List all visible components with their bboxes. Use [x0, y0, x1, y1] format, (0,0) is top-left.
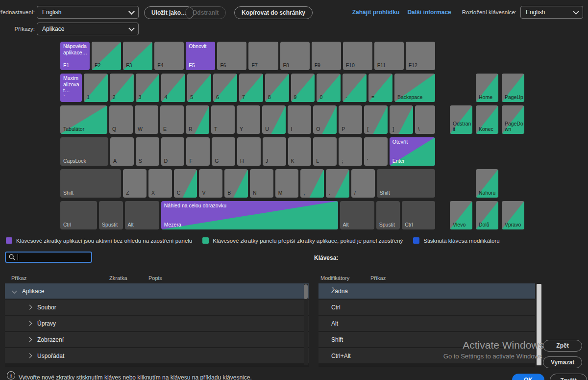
key-K[interactable]: K — [288, 137, 312, 166]
command-row[interactable]: Aplikace — [5, 283, 309, 299]
key-9[interactable]: 9 — [291, 74, 315, 102]
key-F6[interactable]: F6 — [217, 42, 246, 70]
key-CapsLock[interactable]: CapsLock — [60, 137, 108, 166]
key-,[interactable]: , — [300, 169, 324, 198]
key-L[interactable]: L — [313, 137, 337, 166]
key-Alt[interactable]: Alt — [340, 201, 374, 229]
key-I[interactable]: I — [288, 105, 311, 134]
key-A[interactable]: A — [110, 137, 134, 166]
clear-button[interactable]: Vymazat — [543, 356, 582, 368]
key-W[interactable]: W — [135, 105, 158, 134]
key-F2[interactable]: F2 — [92, 42, 121, 70]
chevron-right-icon[interactable] — [27, 305, 32, 310]
modifier-row[interactable]: Alt — [318, 316, 535, 331]
key-Spustit[interactable]: Spustit — [99, 201, 122, 229]
key-8[interactable]: 8 — [265, 74, 289, 102]
key-Enter[interactable]: OtevřítEnter — [390, 137, 435, 166]
key-T[interactable]: T — [211, 105, 235, 134]
key-F3[interactable]: F3 — [123, 42, 152, 70]
key-Odstranit[interactable]: Odstranit — [450, 105, 472, 134]
key-`[interactable]: Maximalizovat…` — [60, 74, 82, 102]
key-Mezera[interactable]: Náhled na celou obrazovkuMezera — [161, 201, 338, 229]
key-Home[interactable]: Home — [476, 74, 498, 102]
search-box[interactable] — [5, 252, 92, 263]
preset-select[interactable]: English — [37, 6, 139, 19]
more-info-link[interactable]: Další informace — [407, 9, 451, 16]
command-row[interactable]: Úpravy — [5, 316, 309, 331]
key-;[interactable]: ; — [339, 137, 362, 166]
key-Shift[interactable]: Shift — [377, 169, 435, 198]
command-row[interactable]: Zobrazení — [5, 332, 309, 347]
key-G[interactable]: G — [212, 137, 235, 166]
key-C[interactable]: C — [174, 169, 197, 198]
command-row[interactable]: Soubor — [5, 300, 309, 315]
key-N[interactable]: N — [250, 169, 273, 198]
key-Shift[interactable]: Shift — [60, 169, 121, 198]
key-6[interactable]: 6 — [213, 74, 237, 102]
modifier-row[interactable]: Shift — [318, 332, 535, 347]
key-4[interactable]: 4 — [161, 74, 185, 102]
scrollbar[interactable] — [304, 284, 308, 365]
key-M[interactable]: M — [275, 169, 299, 198]
key-H[interactable]: H — [237, 137, 261, 166]
key-Nahoru[interactable]: Nahoru — [476, 169, 498, 198]
cancel-button[interactable]: Zrušit — [550, 374, 587, 380]
chevron-right-icon[interactable] — [27, 354, 32, 358]
key-F5[interactable]: ObnovitF5 — [186, 42, 215, 70]
key-2[interactable]: 2 — [110, 74, 134, 102]
key-J[interactable]: J — [263, 137, 286, 166]
key-Z[interactable]: Z — [123, 169, 147, 198]
key-F12[interactable]: F12 — [406, 42, 435, 70]
key-B[interactable]: B — [224, 169, 248, 198]
key-Q[interactable]: Q — [109, 105, 133, 134]
key-5[interactable]: 5 — [187, 74, 211, 102]
key-][interactable]: ] — [390, 105, 413, 134]
key-Ctrl[interactable]: Ctrl — [60, 201, 97, 229]
key-S[interactable]: S — [136, 137, 159, 166]
key-Y[interactable]: Y — [237, 105, 260, 134]
key-0[interactable]: 0 — [317, 74, 341, 102]
key-3[interactable]: 3 — [136, 74, 160, 102]
key-Spustit[interactable]: Spustit — [376, 201, 400, 229]
key-F8[interactable]: F8 — [280, 42, 310, 70]
key-\[interactable]: \ — [415, 105, 435, 134]
command-row[interactable]: Uspořádat — [5, 348, 309, 363]
key-Vpravo[interactable]: Vpravo — [502, 201, 524, 229]
key-O[interactable]: O — [313, 105, 337, 134]
key-7[interactable]: 7 — [239, 74, 263, 102]
key-'[interactable]: ' — [364, 137, 388, 166]
key-/[interactable]: / — [351, 169, 375, 198]
key-F9[interactable]: F9 — [312, 42, 341, 70]
scrollbar-thumb[interactable] — [537, 284, 541, 365]
key-Dolů[interactable]: Dolů — [476, 201, 498, 229]
scrollbar-thumb[interactable] — [304, 284, 308, 299]
scrollbar[interactable] — [537, 284, 541, 366]
key-=[interactable]: = — [368, 74, 392, 102]
key-V[interactable]: V — [199, 169, 222, 198]
chevron-right-icon[interactable] — [27, 337, 32, 342]
copy-to-clipboard-button[interactable]: Kopírovat do schránky — [234, 6, 313, 19]
keyboard-layout-select[interactable]: English — [520, 6, 583, 19]
key-F10[interactable]: F10 — [343, 42, 372, 70]
key-F[interactable]: F — [186, 137, 210, 166]
key-1[interactable]: 1 — [84, 74, 108, 102]
start-tour-link[interactable]: Zahájit prohlídku — [352, 9, 400, 16]
chevron-down-icon[interactable] — [12, 289, 17, 294]
key-PageDown[interactable]: PageDown — [502, 105, 524, 134]
chevron-right-icon[interactable] — [27, 321, 32, 326]
key-Ctrl[interactable]: Ctrl — [402, 201, 435, 229]
key-Alt[interactable]: Alt — [125, 201, 159, 229]
key-E[interactable]: E — [160, 105, 184, 134]
remove-button[interactable]: Odstranit — [185, 6, 226, 19]
key-D[interactable]: D — [161, 137, 185, 166]
modifier-row[interactable]: Ctrl+Alt — [318, 348, 535, 363]
undo-button[interactable]: Zpět — [543, 340, 582, 352]
key-[[interactable]: [ — [364, 105, 388, 134]
key-U[interactable]: U — [262, 105, 286, 134]
modifier-row[interactable]: Žádná — [318, 283, 535, 299]
key-F1[interactable]: Nápověda aplikace…F1 — [60, 42, 90, 70]
key-Vlevo[interactable]: Vlevo — [450, 201, 472, 229]
key-F11[interactable]: F11 — [374, 42, 404, 70]
commands-select[interactable]: Aplikace — [37, 23, 139, 35]
key-PageUp[interactable]: PageUp — [502, 74, 524, 102]
